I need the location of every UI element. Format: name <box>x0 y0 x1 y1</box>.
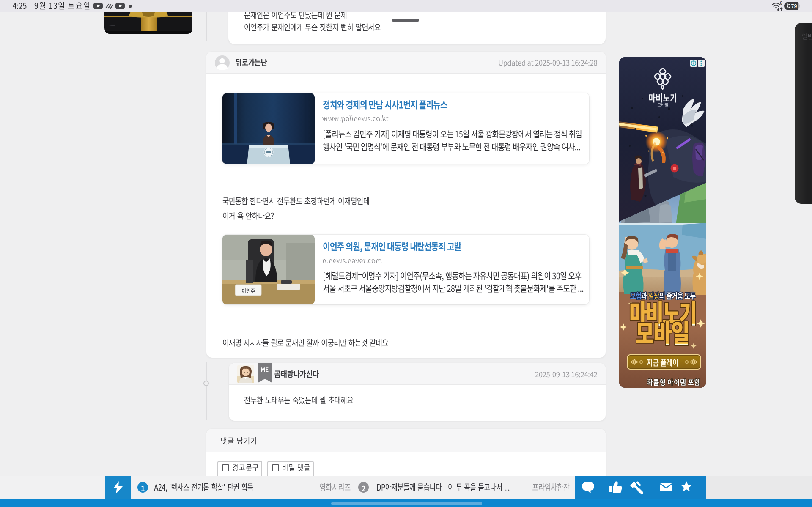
svg-text:79: 79 <box>791 3 797 9</box>
svg-text:6: 6 <box>780 1 782 5</box>
